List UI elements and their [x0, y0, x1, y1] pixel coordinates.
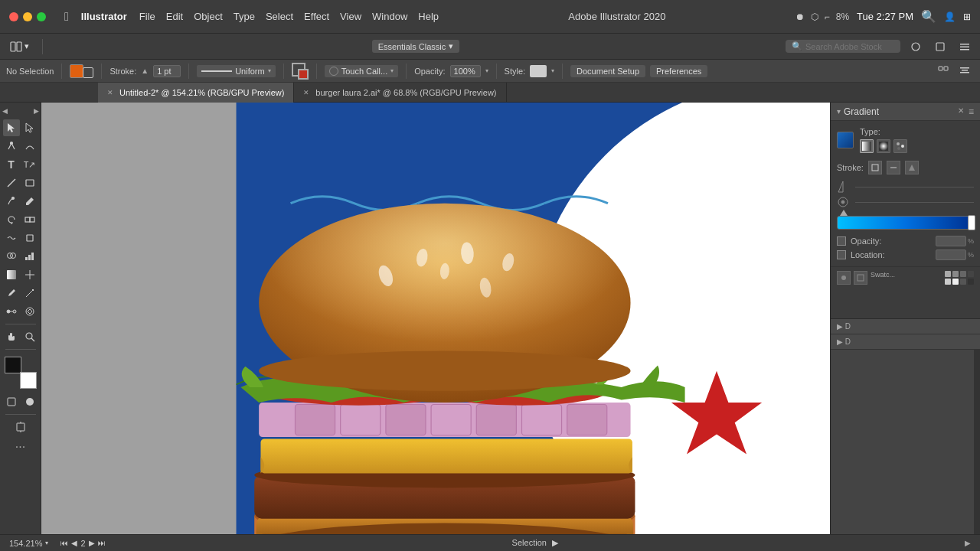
swatch-3[interactable] — [960, 271, 966, 277]
toolbar-icon-2[interactable] — [931, 40, 949, 54]
preferences-button[interactable]: Preferences — [650, 65, 707, 77]
close-button[interactable] — [9, 12, 18, 21]
menu-window[interactable]: Window — [372, 11, 407, 22]
rotate-tool[interactable] — [3, 211, 20, 228]
menu-help[interactable]: Help — [418, 11, 439, 22]
menu-type[interactable]: Type — [234, 11, 255, 22]
gradient-bar[interactable] — [837, 216, 974, 230]
foreground-color[interactable] — [5, 357, 21, 373]
style-swatch[interactable] — [530, 65, 547, 77]
more-tools-button[interactable]: ··· — [15, 440, 25, 454]
chart-tool[interactable] — [21, 248, 38, 265]
swatch-4[interactable] — [968, 271, 974, 277]
freeform-gradient-icon[interactable] — [893, 139, 907, 153]
swatch-5[interactable] — [945, 279, 951, 285]
touch-callout-dropdown[interactable]: Touch Call... ▾ — [325, 65, 399, 77]
right-scrollbar[interactable] — [974, 350, 980, 535]
hand-tool[interactable] — [3, 328, 20, 345]
swatch-8[interactable] — [968, 279, 974, 285]
opacity-value-input[interactable] — [936, 236, 966, 246]
fullscreen-button[interactable] — [37, 12, 46, 21]
panel-collapse-left[interactable]: ◀ — [2, 107, 8, 115]
touch-type-tool[interactable]: T↗ — [21, 156, 38, 173]
menu-select[interactable]: Select — [266, 11, 293, 22]
type-tool[interactable]: T — [3, 156, 20, 173]
gradient-end-handle[interactable] — [968, 215, 975, 230]
fill-swatch[interactable] — [70, 64, 83, 78]
toolbar-left-panel-toggle[interactable]: ▾ — [6, 39, 33, 54]
mask-mode-icon[interactable] — [21, 393, 38, 410]
linear-gradient-icon[interactable] — [860, 139, 874, 153]
swatch-6[interactable] — [952, 279, 959, 285]
swatch-1[interactable] — [945, 271, 951, 277]
stroke-style-dropdown[interactable]: Uniform ▾ — [197, 65, 276, 77]
normal-mode-icon[interactable] — [3, 393, 20, 410]
last-artboard-button[interactable]: ⏭ — [98, 539, 106, 547]
swatch-7[interactable] — [960, 279, 966, 285]
angle-slider[interactable] — [855, 187, 974, 187]
aspect-slider[interactable] — [855, 202, 974, 203]
arrange-icon[interactable] — [934, 64, 952, 78]
selection-tool[interactable] — [3, 119, 20, 136]
eyedropper-tool[interactable] — [3, 285, 20, 302]
apps-icon[interactable]: ⊞ — [963, 11, 971, 22]
align-icon[interactable] — [956, 64, 974, 78]
zoom-control[interactable]: 154.21% ▾ — [9, 539, 48, 548]
panel-collapse-icon[interactable]: ▾ — [837, 107, 841, 116]
pen-tool[interactable] — [3, 138, 20, 155]
gradient-midpoint-handle[interactable] — [840, 210, 848, 216]
search-stock-input[interactable] — [805, 42, 894, 51]
stroke-icon-3[interactable] — [905, 161, 919, 174]
free-transform-tool[interactable] — [21, 230, 38, 246]
stroke-icon-2[interactable] — [887, 161, 900, 174]
minimize-button[interactable] — [23, 12, 32, 21]
swatch-2[interactable] — [952, 271, 959, 277]
menu-file[interactable]: File — [139, 11, 155, 22]
essentials-dropdown[interactable]: Essentials Classic ▾ — [372, 40, 460, 53]
toolbar-icon-1[interactable] — [906, 40, 925, 54]
measure-tool[interactable] — [21, 285, 38, 302]
canvas-area[interactable]: ↖ — [41, 103, 830, 534]
mesh-tool[interactable] — [21, 266, 38, 283]
gradient-color-preview[interactable] — [837, 132, 854, 148]
warp-tool[interactable] — [3, 230, 20, 246]
symbol-tool[interactable] — [21, 303, 38, 320]
footer-icon-2[interactable] — [854, 271, 867, 285]
prev-artboard-button[interactable]: ◀ — [71, 539, 77, 547]
tab-untitled[interactable]: ✕ Untitled-2* @ 154.21% (RGB/GPU Preview… — [98, 83, 294, 103]
footer-icon-1[interactable] — [837, 271, 851, 285]
document-setup-button[interactable]: Document Setup — [570, 65, 645, 77]
curvature-tool[interactable] — [21, 138, 38, 155]
gradient-tool[interactable] — [3, 266, 20, 283]
menu-view[interactable]: View — [340, 11, 361, 22]
search-icon[interactable]: 🔍 — [921, 9, 936, 24]
stroke-icon-1[interactable] — [868, 161, 882, 174]
stroke-up-icon[interactable]: ▲ — [141, 67, 149, 75]
stroke-value-input[interactable] — [153, 65, 181, 77]
menu-object[interactable]: Object — [194, 11, 223, 22]
next-artboard-button[interactable]: ▶ — [89, 539, 95, 547]
rectangle-tool[interactable] — [21, 174, 38, 191]
status-right-arrow[interactable]: ▶ — [965, 539, 971, 547]
line-tool[interactable] — [3, 174, 20, 191]
paintbrush-tool[interactable] — [3, 193, 20, 210]
user-icon[interactable]: 👤 — [944, 11, 956, 22]
direct-selection-tool[interactable] — [21, 119, 38, 136]
tab-burger[interactable]: ✕ burger laura 2.ai* @ 68.8% (RGB/GPU Pr… — [294, 83, 506, 103]
radial-gradient-icon[interactable] — [877, 139, 890, 153]
stroke-swatch[interactable] — [83, 67, 93, 78]
first-artboard-button[interactable]: ⏮ — [60, 539, 68, 547]
zoom-tool[interactable] — [21, 328, 38, 345]
toolbar-menu-icon[interactable] — [956, 40, 974, 54]
menu-edit[interactable]: Edit — [166, 11, 183, 22]
adobe-stock-search[interactable]: 🔍 — [786, 40, 900, 53]
scale-tool[interactable] — [21, 211, 38, 228]
gradient-panel-menu-icon[interactable]: ≡ — [969, 106, 974, 117]
artboard-tool[interactable] — [12, 419, 29, 435]
opacity-input[interactable] — [450, 65, 481, 77]
shape-builder-tool[interactable] — [3, 248, 20, 265]
panel-collapse-right[interactable]: ▶ — [34, 107, 39, 115]
gradient-panel-close-icon[interactable]: ✕ — [958, 106, 964, 117]
pencil-tool[interactable] — [21, 193, 38, 210]
location-value-input[interactable] — [936, 249, 966, 260]
